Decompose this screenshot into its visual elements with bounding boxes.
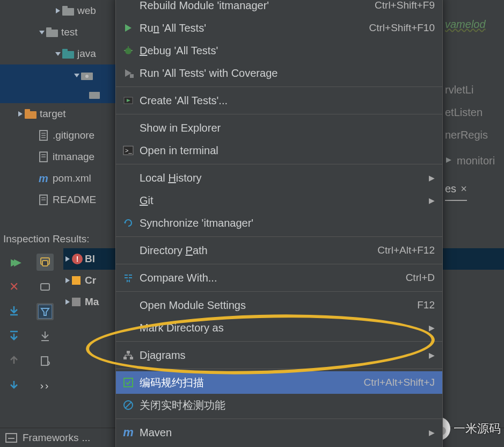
gutter-arrow-icon: [445, 149, 454, 172]
svg-rect-1: [62, 8, 74, 16]
next-button[interactable]: [5, 377, 23, 394]
svg-line-56: [125, 402, 132, 408]
menu-label: Local History: [140, 172, 429, 184]
tree-item-gitignore[interactable]: .gitignore: [0, 125, 118, 146]
menu-mark-directory[interactable]: Mark Directory as ▶: [116, 316, 442, 339]
svg-point-34: [125, 48, 132, 54]
menu-create-gist[interactable]: Create Gist...: [116, 444, 442, 447]
flat-view-button[interactable]: [36, 278, 54, 295]
more-button[interactable]: ››: [36, 377, 54, 394]
close-icon[interactable]: ×: [461, 177, 467, 200]
menu-synchronize[interactable]: Synchronize 'itmanager': [116, 212, 442, 234]
tree-item-target[interactable]: target: [0, 103, 118, 125]
menu-compare[interactable]: Compare With... Ctrl+D: [116, 266, 442, 289]
menu-label: Maven: [140, 427, 429, 439]
menu-create[interactable]: Create 'All Tests'...: [116, 89, 442, 112]
svg-marker-0: [56, 8, 60, 13]
menu-maven[interactable]: m Maven ▶: [116, 421, 442, 444]
tree-item-pom[interactable]: m pom.xml: [0, 168, 118, 189]
svg-rect-54: [124, 378, 133, 387]
submenu-arrow-icon: ▶: [429, 351, 435, 359]
tree-item-package[interactable]: [0, 64, 118, 86]
menu-separator: [116, 264, 442, 264]
filter-button[interactable]: [36, 303, 54, 320]
prev-button[interactable]: [5, 352, 23, 370]
menu-debug[interactable]: Debug 'All Tests': [116, 39, 442, 62]
tool-window-tab[interactable]: es ×: [445, 177, 467, 201]
group-by-button[interactable]: [36, 254, 54, 271]
export-button[interactable]: [36, 352, 54, 370]
chevron-right-icon: [63, 298, 72, 306]
coverage-icon: [121, 68, 135, 78]
menu-terminal[interactable]: >_ Open in terminal: [116, 139, 442, 162]
tree-item-itmanager[interactable]: itmanage: [0, 146, 118, 168]
menu-directory-path[interactable]: Directory Path Ctrl+Alt+F12: [116, 239, 442, 262]
menu-label: Open in terminal: [140, 145, 435, 157]
collapse-down-button[interactable]: [5, 328, 23, 345]
tab-label: es: [445, 177, 456, 200]
close-button[interactable]: ✕: [5, 278, 23, 295]
tree-item-test[interactable]: test: [0, 21, 118, 43]
svg-rect-39: [130, 74, 134, 78]
expand-down-button[interactable]: [5, 303, 23, 320]
context-menu: Rebuild Module 'itmanager' Ctrl+Shift+F9…: [115, 0, 443, 447]
menu-label: 关闭实时检测功能: [140, 398, 435, 413]
tree-item-subpackage[interactable]: [0, 86, 118, 103]
rerun-button[interactable]: ▶▶: [5, 254, 23, 271]
filter-icon: [38, 305, 52, 319]
tree-label: target: [40, 108, 66, 120]
menu-label: Show in Explorer: [140, 122, 435, 134]
svg-marker-44: [124, 222, 126, 224]
svg-marker-33: [125, 24, 132, 32]
menu-separator: [116, 86, 442, 87]
menu-module-settings[interactable]: Open Module Settings F12: [116, 294, 442, 316]
menu-code-scan[interactable]: 编码规约扫描 Ctrl+Alt+Shift+J: [116, 371, 442, 394]
chevron-down-icon: [54, 49, 62, 58]
menu-separator: [116, 341, 442, 342]
svg-rect-5: [46, 27, 52, 31]
tree-label: pom.xml: [53, 172, 91, 184]
scan-icon: [121, 377, 135, 388]
menu-shortcut: Ctrl+Shift+F10: [369, 22, 435, 34]
menu-local-history[interactable]: Local History ▶: [116, 167, 442, 189]
menu-close-realtime[interactable]: 关闭实时检测功能: [116, 394, 442, 416]
svg-rect-14: [25, 111, 36, 119]
disable-icon: [121, 400, 135, 410]
severity-icon: [72, 298, 81, 306]
chevron-right-icon: [54, 6, 62, 15]
tree-label: itmanage: [53, 151, 94, 163]
menu-diagrams[interactable]: Diagrams ▶: [116, 344, 442, 366]
menu-label: Directory Path: [140, 244, 377, 257]
maven-file-icon: m: [38, 172, 49, 184]
run-config-icon: [121, 95, 135, 106]
menu-coverage[interactable]: Run 'All Tests' with Coverage: [116, 62, 442, 84]
inspection-results-header: Inspection Results:: [0, 230, 90, 248]
frameworks-icon: [5, 433, 17, 443]
tree-item-java[interactable]: java: [0, 43, 118, 64]
inspection-label: Ma: [85, 296, 99, 308]
menu-shortcut: Ctrl+Alt+Shift+J: [363, 377, 435, 388]
export-down-button[interactable]: [36, 328, 54, 345]
inspection-label: Bl: [85, 253, 95, 265]
svg-rect-4: [46, 30, 58, 37]
svg-marker-13: [18, 111, 23, 117]
layers-icon: [39, 256, 51, 268]
menu-git[interactable]: Git ▶: [116, 189, 442, 212]
editor-text: nerRegis: [445, 124, 504, 146]
ellipsis: ...: [82, 432, 91, 444]
svg-marker-3: [39, 31, 45, 34]
tree-label: .gitignore: [53, 129, 94, 141]
project-tree[interactable]: web test java target .gitignore itmanage…: [0, 0, 118, 211]
menu-rebuild[interactable]: Rebuild Module 'itmanager' Ctrl+Shift+F9: [116, 0, 442, 17]
menu-label: Git: [140, 194, 429, 207]
package-icon: [81, 69, 93, 81]
tree-item-web[interactable]: web: [0, 0, 118, 21]
tree-item-readme[interactable]: README: [0, 189, 118, 211]
source-folder-icon: [62, 48, 74, 60]
menu-explorer[interactable]: Show in Explorer: [116, 117, 442, 139]
file-icon: [38, 129, 49, 141]
menu-run[interactable]: Run 'All Tests' Ctrl+Shift+F10: [116, 17, 442, 39]
menu-label: Mark Directory as: [140, 322, 429, 334]
menu-shortcut: Ctrl+Alt+F12: [377, 244, 435, 256]
menu-shortcut: Ctrl+Shift+F9: [375, 0, 435, 11]
